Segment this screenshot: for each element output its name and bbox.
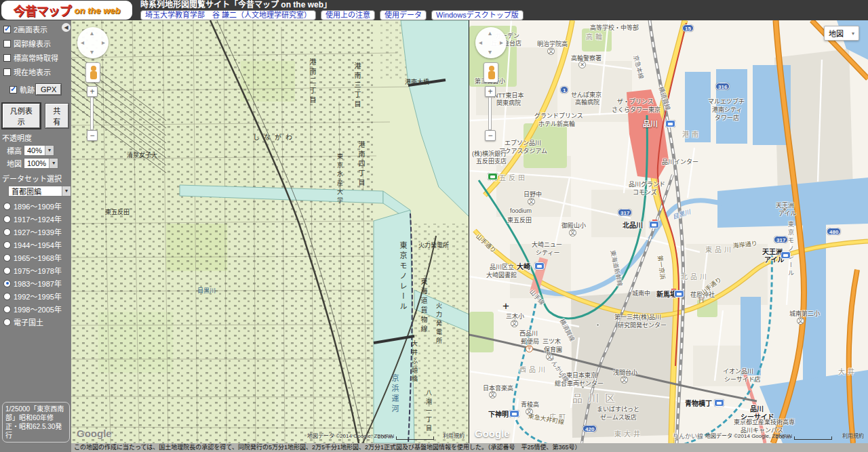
nav-button[interactable]: 使用データ <box>380 10 427 20</box>
gpx-button[interactable]: GPX <box>36 84 61 95</box>
header-right: 時系列地形図閲覧サイト「今昔マップ on the web」 埼玉大学教育学部 谷… <box>134 1 868 20</box>
year-label: 1965〜1968年 <box>14 252 62 263</box>
year-label: 1896〜1909年 <box>14 201 62 211</box>
checkbox-icon <box>3 68 11 76</box>
map-type-button[interactable]: 地図 ▾ <box>824 26 859 41</box>
radio-icon <box>3 203 11 210</box>
dataset-select[interactable]: 首都圏編 ▾ <box>8 186 71 197</box>
crosshair-icon: + <box>502 300 509 313</box>
year-label: 1917〜1924年 <box>14 213 62 224</box>
checkbox-icon <box>3 40 11 47</box>
scale-line <box>396 436 434 440</box>
chevron-down-icon[interactable]: ▾ <box>45 146 54 155</box>
zoom-out-button[interactable]: − <box>485 130 496 141</box>
year-option[interactable]: 1992〜1995年 <box>3 291 70 302</box>
checkbox-option[interactable]: 現在地表示 <box>3 66 70 77</box>
scale-text: 200 m <box>378 434 393 440</box>
map-opacity-value: 100% <box>27 159 46 167</box>
year-option[interactable]: 1927〜1939年 <box>3 226 70 237</box>
pan-right-icon[interactable]: ▸ <box>102 39 105 46</box>
legend-button[interactable]: 凡例表示 <box>3 104 40 128</box>
sidebar-collapse-button[interactable]: ◀ <box>62 23 71 32</box>
pan-left-icon[interactable]: ◂ <box>81 39 84 46</box>
nav-button[interactable]: 埼玉大学教育学部 谷 謙二（人文地理学研究室） <box>140 10 316 20</box>
pan-right-icon[interactable]: ▸ <box>500 39 503 46</box>
terms-link[interactable]: 利用規約 <box>443 432 465 439</box>
chevron-down-icon: ▾ <box>852 30 854 37</box>
elevation-value: 40% <box>27 146 42 155</box>
site-logo[interactable]: 今昔マップ on the web <box>1 1 132 20</box>
track-checkbox[interactable]: 軌跡 <box>9 84 35 95</box>
display-options: 2画面表示 図郭線表示 標高常時取得 現在地表示 <box>0 24 71 77</box>
zoom-in-button[interactable]: + <box>87 86 98 97</box>
map-opacity-row: 地図 100% ▾ <box>7 158 71 169</box>
radio-icon <box>3 319 11 326</box>
radio-icon <box>3 215 11 223</box>
chevron-down-icon[interactable]: ▾ <box>49 159 58 168</box>
radio-icon <box>3 280 11 287</box>
historical-map-pane[interactable]: 清泉女子大東五反田しながわ港南二丁目港南三丁目港南大橋港南四丁目東京水産大学東京… <box>71 20 469 443</box>
year-option[interactable]: 1983〜1987年 <box>3 278 70 289</box>
checkbox-label: 現在地表示 <box>14 66 51 77</box>
zoom-slider[interactable] <box>90 97 94 130</box>
pegman-icon[interactable] <box>484 62 498 83</box>
elevation-row: 標高 40% ▾ <box>7 145 71 156</box>
year-option[interactable]: 1965〜1968年 <box>3 252 70 263</box>
year-option[interactable]: 1998〜2005年 <box>3 304 70 314</box>
year-option[interactable]: 電子国土 <box>3 316 70 327</box>
checkbox-option[interactable]: 図郭線表示 <box>3 38 70 49</box>
header-nav: 埼玉大学教育学部 谷 謙二（人文地理学研究室）使用上の注意使用データWindow… <box>140 10 868 20</box>
elevation-select[interactable]: 40% ▾ <box>24 145 54 156</box>
checkbox-option[interactable]: 2画面表示 <box>3 24 70 35</box>
site-title: 時系列地形図閲覧サイト「今昔マップ on the web」 <box>140 1 868 9</box>
terms-link[interactable]: 利用規約 <box>842 432 864 439</box>
chevron-down-icon[interactable]: ▾ <box>62 186 71 196</box>
checkbox-option[interactable]: 標高常時取得 <box>3 52 70 63</box>
license-bar: この地図の作成に当たっては、国土地理院長の承認を得て、同院発行の5万分1地形図、… <box>71 443 868 452</box>
scale-text: 200 m <box>776 434 791 440</box>
pan-control[interactable]: ▴ ▾ ◂ ▸ <box>77 27 108 58</box>
radio-icon <box>3 228 11 236</box>
modern-map-pane[interactable]: 高輪港南東五反田北品川東品川西品川広町東大井大井品川区ガーデン丘白金台店明治学院… <box>469 20 868 443</box>
nav-button[interactable]: 使用上の注意 <box>321 10 375 20</box>
pegman-icon[interactable] <box>85 62 100 83</box>
checkbox-label: 図郭線表示 <box>14 38 51 49</box>
radio-icon <box>3 293 11 300</box>
modern-map-graphic <box>469 20 868 443</box>
google-logo: Google <box>77 428 112 439</box>
zoom-slider[interactable] <box>488 97 492 130</box>
year-label: 電子国土 <box>14 316 43 327</box>
zoom-in-button[interactable]: + <box>485 86 496 97</box>
pan-up-icon[interactable]: ▴ <box>90 30 94 37</box>
radio-icon <box>3 241 11 249</box>
year-option[interactable]: 1944〜1954年 <box>3 239 70 250</box>
pan-down-icon[interactable]: ▾ <box>90 49 94 56</box>
pan-control[interactable]: ▴ ▾ ◂ ▸ <box>475 27 507 58</box>
checkbox-label: 2画面表示 <box>14 24 47 35</box>
pan-down-icon[interactable]: ▾ <box>488 49 492 56</box>
header: 今昔マップ on the web 時系列地形図閲覧サイト「今昔マップ on th… <box>0 0 868 20</box>
pan-up-icon[interactable]: ▴ <box>488 30 492 37</box>
map-opacity-select[interactable]: 100% ▾ <box>24 158 58 169</box>
year-option[interactable]: 1975〜1978年 <box>3 265 70 276</box>
sidebar: 2画面表示 図郭線表示 標高常時取得 現在地表示 <box>0 20 71 452</box>
dataset-value: 首都圏編 <box>12 186 41 197</box>
year-label: 1944〜1954年 <box>14 239 62 250</box>
opacity-label: 不透明度 <box>2 132 71 143</box>
year-label: 1927〜1939年 <box>14 226 62 237</box>
nav-button[interactable]: Windowsデスクトップ版 <box>431 10 524 20</box>
google-logo: Google <box>475 428 510 439</box>
share-button[interactable]: 共有 <box>45 104 68 128</box>
year-option[interactable]: 1917〜1924年 <box>3 213 70 224</box>
map-source-note: 1/25000「東京西南部」昭和60年修正・昭和62.5.30発行 <box>2 402 70 443</box>
scale-bar: 200 m <box>378 434 434 440</box>
year-list: 1896〜1909年 1917〜1924年 1927〜1939年 1944〜19… <box>0 201 71 327</box>
map-area: 清泉女子大東五反田しながわ港南二丁目港南三丁目港南大橋港南四丁目東京水産大学東京… <box>71 20 868 443</box>
konjaku-map-app: 今昔マップ on the web 時系列地形図閲覧サイト「今昔マップ on th… <box>0 0 868 452</box>
year-option[interactable]: 1896〜1909年 <box>3 201 70 211</box>
pan-left-icon[interactable]: ◂ <box>479 39 482 46</box>
track-row: 軌跡 GPX <box>0 81 71 98</box>
dataset-label: データセット選択 <box>2 173 71 184</box>
zoom-out-button[interactable]: − <box>87 130 98 141</box>
action-buttons: 凡例表示 共有 <box>3 104 68 128</box>
